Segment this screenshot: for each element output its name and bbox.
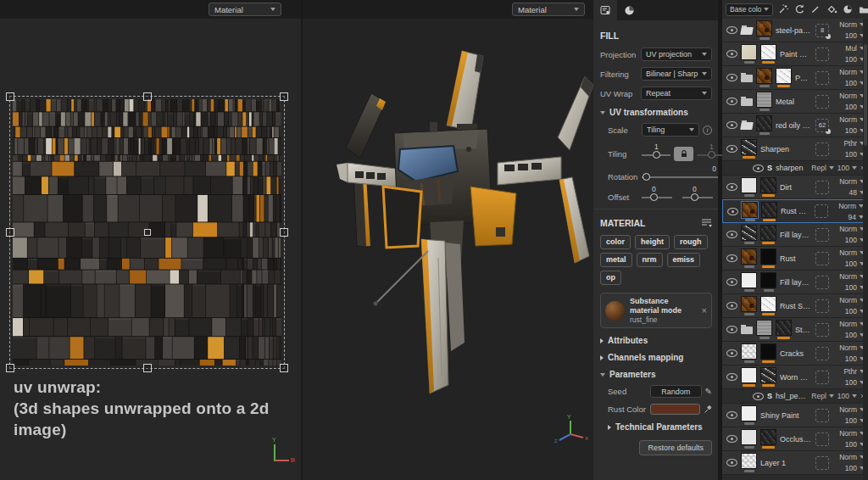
layer-thumbnail[interactable]: [760, 44, 776, 60]
selection-handle-se[interactable]: [280, 364, 288, 372]
mask-drop-target[interactable]: 8: [815, 24, 829, 37]
visibility-eye-icon[interactable]: [726, 231, 737, 238]
blend-mode-dropdown[interactable]: Norm: [839, 296, 865, 304]
attributes-header[interactable]: Attributes: [600, 336, 712, 345]
info-icon[interactable]: i: [703, 126, 712, 135]
layer-thumbnail[interactable]: [760, 177, 776, 193]
layer-row[interactable]: DirtNorm48: [722, 176, 868, 199]
tiling-slider-y[interactable]: 1: [697, 149, 726, 159]
mask-drop-target[interactable]: [815, 71, 829, 85]
selection-handle-e[interactable]: [280, 228, 288, 237]
layer-row[interactable]: Rust StainNorm100: [722, 294, 868, 318]
layer-thumbnail[interactable]: [756, 320, 772, 336]
opacity-dropdown[interactable]: 100: [845, 307, 865, 315]
mask-drop-target[interactable]: [815, 433, 829, 446]
visibility-eye-icon[interactable]: [726, 349, 737, 357]
channel-filter-dropdown[interactable]: Base colo: [726, 3, 773, 16]
uv-wrap-dropdown[interactable]: Repeat: [641, 87, 712, 100]
layer-row[interactable]: RustNorm100: [722, 247, 868, 271]
layer-thumbnail[interactable]: [776, 68, 792, 84]
rust-color-swatch[interactable]: [650, 404, 700, 415]
tiling-slider-x[interactable]: 1: [642, 149, 670, 159]
scrollbar-thumb[interactable]: [864, 44, 867, 146]
remove-material-icon[interactable]: ×: [702, 305, 707, 315]
layer-thumbnail[interactable]: [760, 343, 776, 360]
offset-slider-y[interactable]: 0: [682, 192, 713, 202]
layer-thumbnail[interactable]: [760, 296, 776, 312]
layer-thumbnail[interactable]: [756, 115, 772, 131]
projection-dropdown[interactable]: UV projection: [641, 47, 712, 61]
visibility-eye-icon[interactable]: [753, 393, 764, 400]
layer-row[interactable]: Fill layer 6Norm100: [722, 271, 868, 294]
technical-parameters-header[interactable]: Technical Parameters: [608, 422, 712, 432]
layer-row[interactable]: Paint RaiseMul100: [722, 42, 868, 66]
add-effect-wand-icon[interactable]: [777, 3, 789, 15]
opacity-dropdown[interactable]: 100: [845, 464, 865, 472]
blend-mode-dropdown[interactable]: Norm: [839, 429, 865, 438]
opacity-dropdown[interactable]: 100: [845, 31, 865, 40]
blend-mode-dropdown[interactable]: Norm: [839, 320, 865, 328]
blend-mode-dropdown[interactable]: Norm: [839, 453, 865, 461]
tiling-lock-button[interactable]: [674, 147, 693, 161]
smart-material-icon[interactable]: [842, 3, 854, 15]
blend-mode-dropdown[interactable]: Norm: [839, 272, 865, 281]
layer-row[interactable]: Layer 1Norm100: [722, 451, 868, 475]
opacity-dropdown[interactable]: 94: [849, 213, 864, 221]
blend-mode-dropdown[interactable]: Pthr: [843, 139, 865, 148]
visibility-eye-icon[interactable]: [726, 254, 737, 262]
layer-thumbnail[interactable]: [756, 68, 772, 84]
layer-thumbnail[interactable]: [741, 248, 757, 265]
parameters-header[interactable]: Parameters: [600, 370, 712, 379]
edit-pencil-icon[interactable]: ✎: [705, 387, 712, 396]
layer-thumbnail[interactable]: [741, 367, 757, 383]
channels-mapping-header[interactable]: Channels mapping: [600, 353, 712, 362]
selection-handle-nw[interactable]: [6, 92, 14, 101]
opacity-dropdown[interactable]: 100: [845, 79, 865, 87]
mask-drop-target[interactable]: [815, 181, 829, 194]
visibility-eye-icon[interactable]: [726, 183, 737, 191]
layer-thumbnail[interactable]: [741, 453, 757, 469]
layer-thumbnail[interactable]: [741, 177, 757, 193]
restore-defaults-button[interactable]: Restore defaults: [639, 440, 712, 455]
layer-row[interactable]: steel-painted-broken8Norm100: [722, 19, 868, 42]
visibility-eye-icon[interactable]: [726, 411, 737, 419]
opacity-dropdown[interactable]: 100: [845, 416, 865, 425]
blend-mode-dropdown[interactable]: Mul: [845, 44, 865, 53]
layer-row[interactable]: MetalNorm100: [722, 90, 868, 114]
layer-thumbnail[interactable]: [761, 202, 777, 218]
layer-thumbnail[interactable]: [741, 139, 757, 155]
layer-row[interactable]: Steel Scr...Norm100: [722, 318, 868, 342]
model-3d-viewport[interactable]: Y X Z Material: [303, 0, 593, 480]
layer-row[interactable]: CracksNorm100: [722, 342, 868, 366]
layer-row[interactable]: SharpenPthr100: [722, 137, 868, 161]
scale-dropdown[interactable]: Tiling: [642, 123, 699, 137]
visibility-eye-icon[interactable]: [726, 145, 737, 153]
opacity-dropdown[interactable]: 100: [845, 103, 865, 111]
mask-drop-target[interactable]: [815, 347, 829, 360]
visibility-eye-icon[interactable]: [726, 373, 737, 381]
layer-thumbnail[interactable]: [776, 320, 792, 336]
layer-row[interactable]: Worn PaintPthr100: [722, 366, 868, 389]
layer-thumbnail[interactable]: [760, 272, 776, 288]
opacity-dropdown[interactable]: 100: [845, 378, 865, 387]
layer-row[interactable]: Rust OcclusionNorm94: [722, 199, 868, 223]
effect-opacity-dropdown[interactable]: 100: [837, 392, 857, 400]
layer-effect-row[interactable]: SsharpenRepl100×: [722, 161, 868, 176]
left-shading-mode-dropdown[interactable]: Material: [209, 3, 281, 16]
filtering-dropdown[interactable]: Bilinear | Sharp: [641, 67, 712, 81]
mask-drop-target[interactable]: [815, 204, 828, 218]
layer-row[interactable]: Occlusion DirtNorm100: [722, 427, 868, 451]
mask-drop-target[interactable]: [815, 323, 829, 337]
layer-thumbnail[interactable]: [760, 429, 776, 445]
channel-rough-button[interactable]: rough: [674, 235, 708, 249]
mask-drop-target[interactable]: [815, 95, 829, 109]
visibility-eye-icon[interactable]: [726, 98, 737, 105]
center-shading-mode-dropdown[interactable]: Material: [512, 3, 585, 16]
channel-color-button[interactable]: color: [600, 235, 631, 249]
selection-handle-s[interactable]: [143, 364, 152, 372]
mask-drop-target[interactable]: 62: [815, 119, 829, 132]
uv-2d-viewport[interactable]: uv unwrap: (3d shapes unwrapped onto a 2…: [0, 0, 301, 480]
visibility-eye-icon[interactable]: [726, 121, 737, 129]
seed-random-control[interactable]: Random: [650, 385, 702, 398]
layer-thumbnail[interactable]: [741, 405, 757, 421]
